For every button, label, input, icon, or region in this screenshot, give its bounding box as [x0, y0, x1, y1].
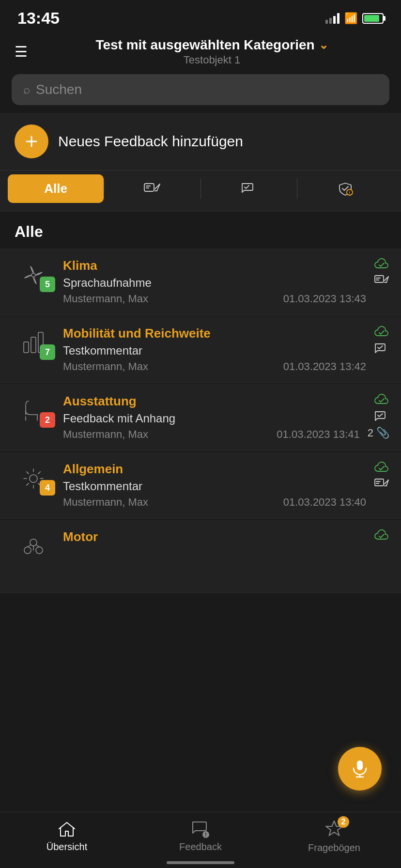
- list-item[interactable]: 5 Klima Sprachaufnahme Mustermann, Max 0…: [0, 248, 401, 315]
- badge-klima: 5: [40, 277, 55, 292]
- search-bar[interactable]: ⌕ Suchen: [12, 74, 389, 105]
- sync-icon-mobilitaet: [374, 326, 389, 339]
- battery-icon: [362, 13, 384, 24]
- nav-item-overview[interactable]: Übersicht: [0, 820, 134, 852]
- comment-tab-icon: [240, 182, 258, 196]
- list-item[interactable]: 4 Allgemein Testkommentar Mustermann, Ma…: [0, 452, 401, 519]
- svg-point-29: [30, 539, 37, 546]
- type-icon-mobilitaet: [374, 342, 389, 355]
- list-item[interactable]: Motor: [0, 520, 401, 593]
- attachment-count-ausstattung: 2 📎: [368, 427, 389, 439]
- svg-rect-2: [144, 184, 154, 191]
- svg-rect-18: [31, 337, 36, 353]
- svg-point-28: [36, 547, 43, 554]
- status-bar: 13:45 📶: [0, 0, 401, 32]
- category-name-ausstattung: Ausstattung: [63, 394, 360, 409]
- nav-item-feedback[interactable]: ! Feedback: [134, 820, 267, 852]
- status-icons: 📶: [325, 12, 384, 25]
- tab-voice[interactable]: [104, 174, 200, 203]
- feedback-content-motor: Motor: [63, 529, 366, 547]
- meta-allgemein: Mustermann, Max 01.03.2023 13:40: [63, 496, 366, 509]
- filter-tabs: Alle !: [0, 170, 401, 211]
- feedback-list: 5 Klima Sprachaufnahme Mustermann, Max 0…: [0, 248, 401, 593]
- svg-rect-33: [357, 760, 363, 770]
- category-name-motor: Motor: [63, 529, 366, 544]
- feedback-icon-mobilitaet: 7: [12, 326, 55, 360]
- status-motor: [374, 529, 389, 542]
- status-allgemein: [374, 462, 389, 491]
- home-icon: [57, 820, 77, 838]
- menu-button[interactable]: ☰: [15, 45, 28, 59]
- description-klima: Sprachaufnahme: [63, 276, 366, 290]
- add-feedback-button[interactable]: [15, 124, 48, 158]
- search-input[interactable]: Suchen: [36, 82, 82, 97]
- signal-icon: [325, 13, 339, 24]
- sync-icon-allgemein: [374, 462, 389, 474]
- svg-text:!: !: [205, 832, 206, 837]
- tab-comment[interactable]: [201, 174, 297, 203]
- sync-icon-ausstattung: [374, 394, 389, 406]
- type-icon-allgemein: [374, 478, 389, 491]
- date-ausstattung: 01.03.2023 13:41: [277, 428, 359, 441]
- feedback-content-klima: Klima Sprachaufnahme Mustermann, Max 01.…: [63, 258, 366, 305]
- svg-point-27: [24, 547, 31, 554]
- nav-label-fragebögen: Fragebögen: [308, 842, 360, 853]
- feedback-icon-ausstattung: 2: [12, 394, 55, 428]
- feedback-content-allgemein: Allgemein Testkommentar Mustermann, Max …: [63, 462, 366, 509]
- meta-ausstattung: Mustermann, Max 01.03.2023 13:41: [63, 428, 360, 441]
- voice-tab-icon: [143, 182, 161, 196]
- nav-label-feedback: Feedback: [179, 841, 222, 852]
- add-feedback-row[interactable]: Neues Feedback hinzufügen: [0, 113, 401, 170]
- author-mobilitaet: Mustermann, Max: [63, 360, 148, 373]
- nav-label-overview: Übersicht: [46, 841, 87, 852]
- header: ☰ Test mit ausgewählten Kategorien ⌄ Tes…: [0, 32, 401, 74]
- svg-rect-21: [375, 479, 384, 486]
- tab-approved[interactable]: !: [297, 174, 393, 203]
- sync-icon-motor: [374, 529, 389, 542]
- date-allgemein: 01.03.2023 13:40: [283, 496, 366, 509]
- author-klima: Mustermann, Max: [63, 293, 148, 305]
- sync-icon-klima: [374, 258, 389, 271]
- chevron-down-icon[interactable]: ⌄: [319, 38, 328, 52]
- motor-icon: [16, 529, 50, 563]
- fragebögen-badge-wrapper: 2: [324, 819, 344, 839]
- header-title-area: Test mit ausgewählten Kategorien ⌄ Testo…: [37, 37, 386, 66]
- category-name-klima: Klima: [63, 258, 366, 273]
- microphone-fab-button[interactable]: [338, 747, 382, 790]
- description-allgemein: Testkommentar: [63, 480, 366, 493]
- svg-line-30: [28, 545, 31, 547]
- microphone-icon: [350, 759, 370, 779]
- bottom-nav: Übersicht ! Feedback 2 Fragebögen: [0, 812, 401, 868]
- author-ausstattung: Mustermann, Max: [63, 428, 148, 441]
- svg-point-10: [31, 273, 35, 277]
- description-mobilitaet: Testkommentar: [63, 344, 366, 357]
- type-icon-klima: [374, 275, 389, 287]
- category-name-mobilitaet: Mobilität und Reichweite: [63, 326, 366, 341]
- section-title: Alle: [15, 223, 43, 240]
- tab-all[interactable]: Alle: [8, 174, 104, 203]
- description-ausstattung: Feedback mit Anhang: [63, 412, 360, 425]
- feedback-icon-allgemein: 4: [12, 462, 55, 496]
- home-indicator: [167, 861, 234, 864]
- list-item[interactable]: 2 Ausstattung Feedback mit Anhang Muster…: [0, 384, 401, 451]
- date-klima: 01.03.2023 13:43: [283, 293, 366, 305]
- svg-line-31: [36, 545, 39, 547]
- feedback-icon-motor: [12, 529, 55, 563]
- status-mobilitaet: [374, 326, 389, 355]
- badge-mobilitaet: 7: [40, 344, 55, 360]
- badge-ausstattung: 2: [40, 412, 55, 428]
- status-time: 13:45: [17, 9, 60, 28]
- list-item[interactable]: 7 Mobilität und Reichweite Testkommentar…: [0, 316, 401, 383]
- author-allgemein: Mustermann, Max: [63, 496, 148, 509]
- feedback-content-mobilitaet: Mobilität und Reichweite Testkommentar M…: [63, 326, 366, 373]
- meta-mobilitaet: Mustermann, Max 01.03.2023 13:42: [63, 360, 366, 373]
- date-mobilitaet: 01.03.2023 13:42: [283, 360, 366, 373]
- badge-allgemein: 4: [40, 480, 55, 496]
- category-name-allgemein: Allgemein: [63, 462, 366, 477]
- feedback-icon-klima: 5: [12, 258, 55, 292]
- svg-rect-17: [24, 342, 29, 353]
- nav-item-fragebögen[interactable]: 2 Fragebögen: [267, 819, 401, 853]
- meta-klima: Mustermann, Max 01.03.2023 13:43: [63, 293, 366, 305]
- section-header: Alle: [0, 211, 401, 248]
- status-ausstattung: 2 📎: [368, 394, 389, 439]
